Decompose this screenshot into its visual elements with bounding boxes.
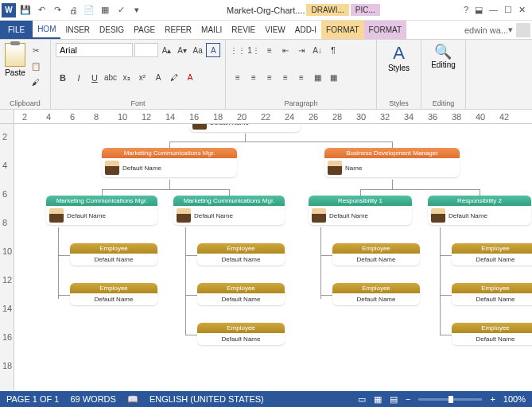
org-node[interactable]: Marketing Communications Mgr.Default Nam… [102,148,237,177]
font-size-select[interactable] [134,43,157,57]
shrink-font-icon[interactable]: A▾ [175,43,189,57]
numbering-icon[interactable]: 1⋮ [247,43,261,57]
org-node[interactable]: Responsibility 1Default Name [309,196,412,225]
copy-icon[interactable]: 📋 [29,59,43,73]
tab-mailings[interactable]: MAILI [196,21,227,39]
tab-file[interactable]: FILE [0,21,33,39]
editing-button[interactable]: 🔍 Editing [431,43,456,69]
tab-format-picture[interactable]: FORMAT [364,21,406,39]
undo-icon[interactable]: ↶ [35,4,48,17]
grow-font-icon[interactable]: A▴ [160,43,174,57]
change-case-icon[interactable]: Aa [191,43,205,57]
borders-icon[interactable]: ▦ [326,71,340,85]
close-icon[interactable]: ✕ [518,5,526,15]
zoom-slider[interactable] [418,398,482,401]
org-node-title: Business Development Manager [324,148,460,158]
zoom-out-icon[interactable]: − [406,394,410,404]
tab-addins[interactable]: ADD-I [290,21,321,39]
highlight-icon[interactable]: 🖍 [167,71,181,85]
tab-review[interactable]: REVIE [227,21,260,39]
org-node[interactable]: EmployeeDefault Name [197,283,285,305]
view-web-icon[interactable]: ▤ [390,394,398,405]
org-node[interactable]: Marketing Communications Mgr.Default Nam… [46,196,157,225]
status-page[interactable]: PAGE 1 OF 1 [6,394,59,404]
font-name-select[interactable]: Arial [56,43,133,57]
multilevel-icon[interactable]: ≡ [262,43,277,57]
document-title: Market-Org-Chart.... [227,6,305,15]
superscript-button[interactable]: x² [135,71,150,85]
sort-icon[interactable]: A↓ [310,43,324,57]
status-proof-icon[interactable]: 📖 [127,394,138,405]
tab-format-drawing[interactable]: FORMAT [321,21,363,39]
tab-page[interactable]: PAGE [129,21,160,39]
org-node[interactable]: EmployeeDefault Name [452,283,532,305]
tab-design[interactable]: DESIG [95,21,129,39]
justify-icon[interactable]: ≡ [278,71,293,85]
format-painter-icon[interactable]: 🖌 [29,75,43,89]
italic-button[interactable]: I [72,71,86,85]
subscript-button[interactable]: x₂ [119,71,134,85]
text-effects-icon[interactable]: A [151,71,165,85]
horizontal-ruler[interactable]: 24681012141618202224262830323436384042 [0,110,532,124]
indent-dec-icon[interactable]: ⇤ [278,43,293,57]
document-canvas[interactable]: Default NameMarketing Communications Mgr… [14,124,532,391]
shading-icon[interactable]: ▦ [310,71,324,85]
show-marks-icon[interactable]: ¶ [326,43,340,57]
line-spacing-icon[interactable]: ≡ [294,71,309,85]
maximize-icon[interactable]: ☐ [504,5,512,15]
view-print-icon[interactable]: ▦ [374,394,382,405]
paste-icon [5,43,25,67]
org-node[interactable]: EmployeeDefault Name [70,283,157,305]
styles-button[interactable]: A Styles [388,43,410,72]
qat-btn[interactable]: 🖨 [67,4,80,17]
align-right-icon[interactable]: ≡ [262,71,277,85]
org-node[interactable]: EmployeeDefault Name [332,283,420,305]
zoom-in-icon[interactable]: + [490,394,495,404]
help-icon[interactable]: ? [464,5,468,15]
align-center-icon[interactable]: ≡ [247,71,261,85]
ribbon-collapse-icon[interactable]: ⬓ [475,5,483,15]
status-language[interactable]: ENGLISH (UNITED STATES) [150,394,264,404]
tab-view[interactable]: VIEW [260,21,290,39]
org-node-name: Default Name [67,212,106,219]
bullets-icon[interactable]: ⋮⋮ [231,43,245,57]
indent-inc-icon[interactable]: ⇥ [294,43,309,57]
person-icon [177,208,191,223]
align-left-icon[interactable]: ≡ [231,71,245,85]
org-node[interactable]: Business Development ManagerName [324,148,460,177]
redo-icon[interactable]: ↷ [51,4,64,17]
org-node[interactable]: Marketing Communications Mgr.Default Nam… [173,196,285,225]
save-icon[interactable]: 💾 [19,4,32,17]
strike-button[interactable]: abc [103,71,118,85]
tab-home[interactable]: HOM [33,21,60,39]
status-words[interactable]: 69 WORDS [70,394,115,404]
org-node[interactable]: EmployeeDefault Name [197,243,285,266]
qat-btn[interactable]: ✓ [115,4,127,17]
qat-more-icon[interactable]: ▾ [130,4,143,17]
tab-references[interactable]: REFER [160,21,196,39]
clear-format-icon[interactable]: A [206,43,220,57]
org-node[interactable]: EmployeeDefault Name [452,243,532,266]
org-node[interactable]: EmployeeDefault Name [332,243,420,266]
qat-btn[interactable]: 📄 [83,4,95,17]
user-name[interactable]: edwin wa...▾ [460,21,532,39]
bold-button[interactable]: B [56,71,70,85]
org-node[interactable]: EmployeeDefault Name [70,243,157,266]
zoom-level[interactable]: 100% [503,394,526,404]
tab-insert[interactable]: INSER [60,21,95,39]
paste-button[interactable]: Paste [5,43,25,89]
view-read-icon[interactable]: ▭ [358,394,366,405]
org-node[interactable]: EmployeeDefault Name [452,323,532,345]
org-node-name: Default Name [222,296,261,303]
minimize-icon[interactable]: — [489,5,498,15]
vertical-ruler[interactable]: 24681012141618 [0,124,14,391]
cut-icon[interactable]: ✂ [29,43,43,57]
font-color-icon[interactable]: A [183,71,197,85]
org-node[interactable]: EmployeeDefault Name [197,323,285,345]
app-icon: W [2,3,16,17]
qat-btn[interactable]: ▦ [99,4,111,17]
org-node[interactable]: Default Name [189,124,301,132]
org-node-name: Default Name [222,256,261,263]
org-node[interactable]: Responsibility 2Default Name [428,196,531,225]
underline-button[interactable]: U [87,71,102,85]
